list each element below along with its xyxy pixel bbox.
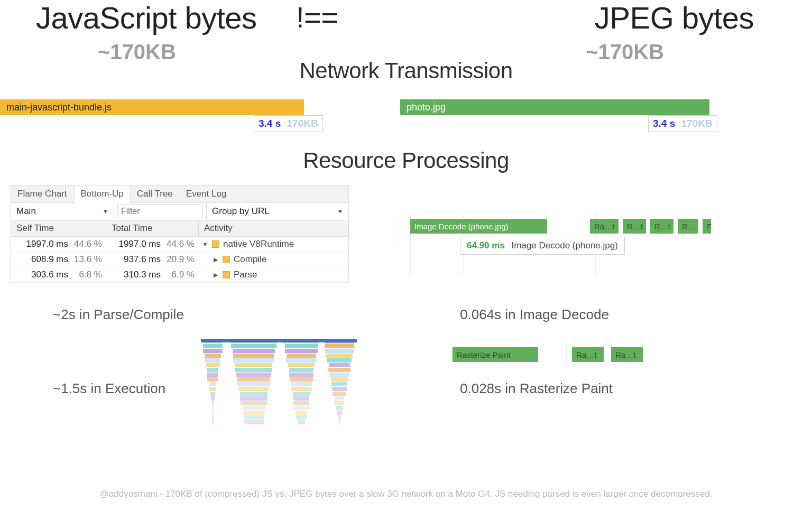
- devtools-panel: Flame ChartBottom-UpCall TreeEvent Log M…: [11, 185, 349, 283]
- trace-chip-raster[interactable]: Ra…t: [572, 347, 604, 362]
- activity-color-icon: [223, 271, 230, 278]
- activity-color-icon: [223, 256, 230, 263]
- thread-select-value: Main: [16, 206, 36, 217]
- network-size-js: 170KB: [287, 118, 318, 129]
- title-js: JavaScript bytes: [36, 0, 257, 35]
- devtools-tab[interactable]: Call Tree: [131, 185, 180, 202]
- trace-chip-raster[interactable]: Ra…t: [611, 347, 643, 362]
- triangle-right-icon[interactable]: ▶: [213, 256, 219, 263]
- title-jpeg: JPEG bytes: [595, 0, 754, 35]
- network-row: main-javascript-bundle.js photo.jpg 3.4 …: [0, 99, 812, 136]
- tooltip-time: 64.90 ms: [467, 240, 505, 250]
- network-time-js: 3.4 s: [259, 118, 281, 129]
- trace-tooltip: 64.90 ms Image Decode (phone.jpg): [460, 237, 625, 255]
- groupby-value: Group by URL: [212, 206, 270, 217]
- trace-chip-small[interactable]: R…t: [623, 219, 647, 234]
- network-badge-jpeg: 3.4 s 170KB: [648, 115, 717, 132]
- trace-decode-panel: Image Decode (phone.jpg) Ra…t R…t R…t R……: [394, 217, 722, 243]
- network-bar-jpeg: photo.jpg: [400, 99, 709, 115]
- chevron-down-icon: ▼: [103, 208, 108, 215]
- profile-row[interactable]: 1997.0 ms44.6 %1997.0 ms44.6 %▼native V8…: [11, 237, 348, 252]
- chevron-down-icon: ▼: [337, 208, 343, 215]
- activity-color-icon: [212, 240, 219, 248]
- activity-name: Compile: [234, 254, 266, 265]
- devtools-tab[interactable]: Bottom-Up: [74, 185, 131, 203]
- trace-raster-panel: Rasterize PaintRa…tRa…t: [452, 346, 674, 364]
- heading-resource: Resource Processing: [0, 148, 812, 173]
- trace-chip-decode[interactable]: Image Decode (phone.jpg): [410, 219, 548, 234]
- summary-raster: 0.028s in Rasterize Paint: [460, 380, 613, 397]
- network-time-jpeg: 3.4 s: [653, 118, 675, 129]
- devtools-tab[interactable]: Flame Chart: [11, 185, 74, 202]
- tooltip-label: Image Decode (phone.jpg): [512, 240, 618, 250]
- summary-exec: ~1.5s in Execution: [53, 380, 165, 397]
- trace-chip-small[interactable]: F: [703, 219, 712, 234]
- summary-decode: 0.064s in Image Decode: [460, 306, 609, 323]
- triangle-down-icon[interactable]: ▼: [202, 241, 208, 247]
- profile-row[interactable]: 608.9 ms13.6 %937.6 ms20.9 %▶Compile: [11, 252, 348, 267]
- devtools-tab[interactable]: Event Log: [180, 185, 234, 202]
- thread-select[interactable]: Main ▼: [11, 203, 114, 220]
- flame-chart: [201, 339, 359, 429]
- trace-chip-small[interactable]: R…: [678, 219, 699, 234]
- col-self-time[interactable]: Self Time: [11, 220, 106, 236]
- col-activity[interactable]: Activity: [199, 220, 348, 236]
- activity-name: native V8Runtime: [223, 239, 294, 249]
- triangle-right-icon[interactable]: ▶: [213, 272, 219, 278]
- trace-chip-raster[interactable]: Rasterize Paint: [453, 347, 538, 362]
- network-badge-js: 3.4 s 170KB: [254, 115, 323, 132]
- activity-name: Parse: [234, 270, 257, 280]
- title-neq: !==: [296, 0, 338, 34]
- heading-network: Network Transmission: [0, 58, 812, 83]
- groupby-select[interactable]: Group by URL ▼: [207, 203, 348, 220]
- trace-chip-small[interactable]: Ra…t: [590, 219, 619, 234]
- footer-credit: @addyosmani - 170KB of (compressed) JS v…: [0, 489, 812, 499]
- trace-chip-small[interactable]: R…t: [650, 219, 674, 234]
- network-bar-js: main-javascript-bundle.js: [0, 99, 304, 115]
- devtools-tabs: Flame ChartBottom-UpCall TreeEvent Log: [11, 185, 348, 203]
- profile-row[interactable]: 303.6 ms6.8 %310.3 ms6.9 %▶Parse: [11, 267, 348, 283]
- summary-parse: ~2s in Parse/Compile: [53, 306, 184, 323]
- filter-input[interactable]: [117, 205, 203, 218]
- col-total-time[interactable]: Total Time: [106, 220, 199, 236]
- network-size-jpeg: 170KB: [681, 118, 713, 129]
